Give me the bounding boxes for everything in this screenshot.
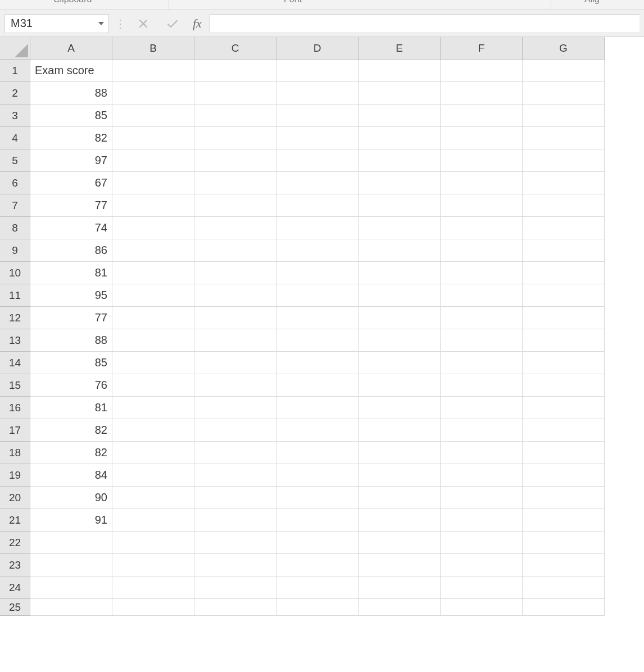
cell[interactable] bbox=[359, 217, 441, 239]
cell[interactable] bbox=[523, 217, 605, 239]
cell[interactable] bbox=[523, 487, 605, 509]
row-header[interactable]: 13 bbox=[0, 329, 30, 352]
cell[interactable] bbox=[359, 599, 441, 616]
column-header[interactable]: D bbox=[276, 37, 359, 60]
cell[interactable] bbox=[523, 442, 605, 464]
cell[interactable] bbox=[194, 217, 276, 239]
cell[interactable] bbox=[359, 105, 441, 127]
cell[interactable] bbox=[276, 284, 359, 307]
cell[interactable] bbox=[194, 262, 276, 284]
cell[interactable] bbox=[112, 127, 194, 149]
cell[interactable]: 84 bbox=[30, 464, 112, 487]
cell[interactable]: 85 bbox=[30, 352, 112, 374]
row-header[interactable]: 16 bbox=[0, 397, 30, 419]
row-header[interactable]: 23 bbox=[0, 554, 30, 576]
cell[interactable] bbox=[194, 239, 276, 262]
cell[interactable] bbox=[194, 105, 276, 127]
cell[interactable] bbox=[359, 127, 441, 149]
cell[interactable] bbox=[112, 239, 194, 262]
row-header[interactable]: 22 bbox=[0, 532, 30, 554]
cell[interactable]: 82 bbox=[30, 127, 112, 149]
cell[interactable] bbox=[112, 105, 194, 127]
cell[interactable] bbox=[112, 374, 194, 397]
cell[interactable] bbox=[194, 82, 276, 105]
row-header[interactable]: 11 bbox=[0, 284, 30, 307]
cell[interactable] bbox=[441, 442, 523, 464]
cell[interactable] bbox=[194, 442, 276, 464]
cell[interactable]: 77 bbox=[30, 307, 112, 329]
cell[interactable] bbox=[112, 329, 194, 352]
cell[interactable] bbox=[441, 149, 523, 172]
cell[interactable] bbox=[359, 419, 441, 442]
cell[interactable] bbox=[359, 239, 441, 262]
cell[interactable] bbox=[194, 599, 276, 616]
cell[interactable] bbox=[276, 172, 359, 194]
row-header[interactable]: 19 bbox=[0, 464, 30, 487]
cell[interactable] bbox=[359, 576, 441, 599]
cell[interactable] bbox=[276, 217, 359, 239]
cell[interactable] bbox=[276, 82, 359, 105]
cell[interactable] bbox=[441, 509, 523, 532]
cell[interactable] bbox=[441, 194, 523, 217]
cell[interactable] bbox=[441, 172, 523, 194]
cell[interactable] bbox=[112, 60, 194, 82]
cell[interactable] bbox=[194, 307, 276, 329]
cell[interactable] bbox=[359, 194, 441, 217]
row-header[interactable]: 20 bbox=[0, 487, 30, 509]
cell[interactable] bbox=[194, 172, 276, 194]
row-header[interactable]: 17 bbox=[0, 419, 30, 442]
cell[interactable] bbox=[30, 554, 112, 576]
cell[interactable] bbox=[112, 217, 194, 239]
cell[interactable] bbox=[112, 307, 194, 329]
row-header[interactable]: 1 bbox=[0, 60, 30, 82]
cell[interactable] bbox=[441, 329, 523, 352]
formula-input[interactable] bbox=[210, 14, 640, 33]
cell[interactable] bbox=[276, 329, 359, 352]
cell[interactable] bbox=[523, 576, 605, 599]
cell[interactable] bbox=[359, 82, 441, 105]
cell[interactable] bbox=[112, 149, 194, 172]
cell[interactable] bbox=[441, 217, 523, 239]
cell[interactable]: 90 bbox=[30, 487, 112, 509]
cell[interactable] bbox=[276, 554, 359, 576]
cell[interactable] bbox=[523, 509, 605, 532]
cell[interactable] bbox=[276, 374, 359, 397]
cell[interactable] bbox=[523, 172, 605, 194]
row-header[interactable]: 2 bbox=[0, 82, 30, 105]
cell[interactable] bbox=[523, 554, 605, 576]
cell[interactable] bbox=[194, 60, 276, 82]
cell[interactable] bbox=[359, 284, 441, 307]
cell[interactable] bbox=[359, 464, 441, 487]
cell[interactable] bbox=[112, 599, 194, 616]
cell[interactable] bbox=[441, 352, 523, 374]
name-box[interactable]: M31 bbox=[4, 14, 109, 33]
cell[interactable] bbox=[523, 60, 605, 82]
cell[interactable] bbox=[359, 307, 441, 329]
cell[interactable] bbox=[194, 576, 276, 599]
cell[interactable] bbox=[359, 60, 441, 82]
cell[interactable] bbox=[276, 262, 359, 284]
cell[interactable] bbox=[359, 329, 441, 352]
spreadsheet-grid[interactable]: ABCDEFG1Exam score2883854825976677778749… bbox=[0, 37, 644, 616]
column-header[interactable]: C bbox=[194, 37, 276, 60]
cell[interactable] bbox=[523, 307, 605, 329]
cell[interactable] bbox=[276, 464, 359, 487]
cell[interactable] bbox=[112, 554, 194, 576]
cell[interactable] bbox=[359, 149, 441, 172]
cell[interactable] bbox=[112, 172, 194, 194]
cell[interactable] bbox=[523, 284, 605, 307]
cell[interactable] bbox=[441, 284, 523, 307]
cell[interactable] bbox=[276, 419, 359, 442]
cell[interactable] bbox=[359, 397, 441, 419]
cell[interactable]: 81 bbox=[30, 262, 112, 284]
row-header[interactable]: 3 bbox=[0, 105, 30, 127]
cell[interactable] bbox=[359, 509, 441, 532]
cell[interactable] bbox=[112, 576, 194, 599]
cell[interactable] bbox=[441, 554, 523, 576]
cell[interactable] bbox=[276, 487, 359, 509]
row-header[interactable]: 21 bbox=[0, 509, 30, 532]
cell[interactable] bbox=[359, 172, 441, 194]
cell[interactable] bbox=[523, 532, 605, 554]
cell[interactable] bbox=[194, 194, 276, 217]
cell[interactable] bbox=[194, 419, 276, 442]
